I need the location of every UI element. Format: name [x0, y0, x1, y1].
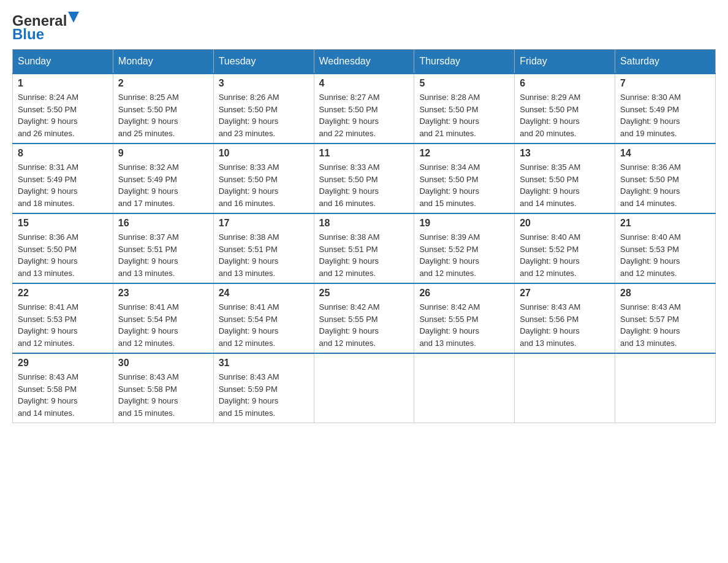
calendar-cell: 18 Sunrise: 8:38 AMSunset: 5:51 PMDaylig… [314, 213, 414, 283]
calendar-cell: 27 Sunrise: 8:43 AMSunset: 5:56 PMDaylig… [515, 283, 615, 353]
calendar-cell: 4 Sunrise: 8:27 AMSunset: 5:50 PMDayligh… [314, 74, 414, 144]
calendar-cell [314, 353, 414, 423]
day-info: Sunrise: 8:41 AMSunset: 5:54 PMDaylight:… [118, 301, 208, 349]
logo-blue-text: Blue [12, 26, 44, 43]
day-number: 19 [419, 218, 509, 229]
day-number: 22 [18, 288, 108, 299]
day-info: Sunrise: 8:40 AMSunset: 5:53 PMDaylight:… [620, 231, 710, 279]
day-number: 8 [18, 148, 108, 159]
calendar-cell: 21 Sunrise: 8:40 AMSunset: 5:53 PMDaylig… [615, 213, 716, 283]
day-info: Sunrise: 8:29 AMSunset: 5:50 PMDaylight:… [520, 91, 610, 139]
day-info: Sunrise: 8:36 AMSunset: 5:50 PMDaylight:… [18, 231, 108, 279]
day-number: 28 [620, 288, 710, 299]
day-number: 21 [620, 218, 710, 229]
day-info: Sunrise: 8:43 AMSunset: 5:58 PMDaylight:… [118, 371, 208, 419]
calendar-cell: 16 Sunrise: 8:37 AMSunset: 5:51 PMDaylig… [113, 213, 213, 283]
calendar-cell: 25 Sunrise: 8:42 AMSunset: 5:55 PMDaylig… [314, 283, 414, 353]
day-number: 3 [219, 78, 309, 89]
day-info: Sunrise: 8:27 AMSunset: 5:50 PMDaylight:… [319, 91, 409, 139]
day-info: Sunrise: 8:41 AMSunset: 5:53 PMDaylight:… [18, 301, 108, 349]
day-number: 18 [319, 218, 409, 229]
calendar-cell: 19 Sunrise: 8:39 AMSunset: 5:52 PMDaylig… [414, 213, 515, 283]
calendar-cell: 26 Sunrise: 8:42 AMSunset: 5:55 PMDaylig… [414, 283, 515, 353]
logo: General Blue [12, 12, 79, 43]
day-number: 30 [118, 358, 208, 369]
week-row-2: 8 Sunrise: 8:31 AMSunset: 5:49 PMDayligh… [13, 144, 716, 213]
calendar-cell: 9 Sunrise: 8:32 AMSunset: 5:49 PMDayligh… [113, 144, 213, 213]
calendar-cell [414, 353, 515, 423]
day-number: 26 [419, 288, 509, 299]
calendar-cell: 17 Sunrise: 8:38 AMSunset: 5:51 PMDaylig… [213, 213, 314, 283]
day-info: Sunrise: 8:38 AMSunset: 5:51 PMDaylight:… [319, 231, 409, 279]
calendar-cell: 13 Sunrise: 8:35 AMSunset: 5:50 PMDaylig… [515, 144, 615, 213]
logo-triangle-icon [68, 12, 79, 23]
day-number: 13 [520, 148, 610, 159]
day-number: 29 [18, 358, 108, 369]
page-header: General Blue [12, 12, 716, 43]
day-info: Sunrise: 8:38 AMSunset: 5:51 PMDaylight:… [219, 231, 309, 279]
day-number: 23 [118, 288, 208, 299]
header-saturday: Saturday [615, 50, 716, 74]
calendar-cell: 31 Sunrise: 8:43 AMSunset: 5:59 PMDaylig… [213, 353, 314, 423]
calendar-cell [515, 353, 615, 423]
day-number: 6 [520, 78, 610, 89]
day-info: Sunrise: 8:26 AMSunset: 5:50 PMDaylight:… [219, 91, 309, 139]
week-row-1: 1 Sunrise: 8:24 AMSunset: 5:50 PMDayligh… [13, 74, 716, 144]
day-info: Sunrise: 8:39 AMSunset: 5:52 PMDaylight:… [419, 231, 509, 279]
day-info: Sunrise: 8:30 AMSunset: 5:49 PMDaylight:… [620, 91, 710, 139]
calendar-cell: 15 Sunrise: 8:36 AMSunset: 5:50 PMDaylig… [13, 213, 113, 283]
calendar-header-row: SundayMondayTuesdayWednesdayThursdayFrid… [13, 50, 716, 74]
day-number: 10 [219, 148, 309, 159]
svg-marker-0 [68, 12, 79, 23]
day-info: Sunrise: 8:33 AMSunset: 5:50 PMDaylight:… [319, 161, 409, 209]
day-info: Sunrise: 8:43 AMSunset: 5:59 PMDaylight:… [219, 371, 309, 419]
day-number: 5 [419, 78, 509, 89]
header-sunday: Sunday [13, 50, 113, 74]
day-info: Sunrise: 8:34 AMSunset: 5:50 PMDaylight:… [419, 161, 509, 209]
day-number: 17 [219, 218, 309, 229]
day-number: 31 [219, 358, 309, 369]
calendar-table: SundayMondayTuesdayWednesdayThursdayFrid… [12, 49, 716, 423]
day-info: Sunrise: 8:41 AMSunset: 5:54 PMDaylight:… [219, 301, 309, 349]
calendar-cell: 11 Sunrise: 8:33 AMSunset: 5:50 PMDaylig… [314, 144, 414, 213]
day-info: Sunrise: 8:31 AMSunset: 5:49 PMDaylight:… [18, 161, 108, 209]
week-row-3: 15 Sunrise: 8:36 AMSunset: 5:50 PMDaylig… [13, 213, 716, 283]
day-number: 12 [419, 148, 509, 159]
header-tuesday: Tuesday [213, 50, 314, 74]
calendar-cell: 3 Sunrise: 8:26 AMSunset: 5:50 PMDayligh… [213, 74, 314, 144]
day-number: 14 [620, 148, 710, 159]
day-number: 9 [118, 148, 208, 159]
calendar-cell: 5 Sunrise: 8:28 AMSunset: 5:50 PMDayligh… [414, 74, 515, 144]
day-number: 1 [18, 78, 108, 89]
day-number: 24 [219, 288, 309, 299]
calendar-cell: 8 Sunrise: 8:31 AMSunset: 5:49 PMDayligh… [13, 144, 113, 213]
day-info: Sunrise: 8:42 AMSunset: 5:55 PMDaylight:… [419, 301, 509, 349]
header-thursday: Thursday [414, 50, 515, 74]
day-info: Sunrise: 8:43 AMSunset: 5:56 PMDaylight:… [520, 301, 610, 349]
day-number: 15 [18, 218, 108, 229]
day-info: Sunrise: 8:24 AMSunset: 5:50 PMDaylight:… [18, 91, 108, 139]
day-info: Sunrise: 8:43 AMSunset: 5:57 PMDaylight:… [620, 301, 710, 349]
calendar-cell: 22 Sunrise: 8:41 AMSunset: 5:53 PMDaylig… [13, 283, 113, 353]
calendar-cell: 20 Sunrise: 8:40 AMSunset: 5:52 PMDaylig… [515, 213, 615, 283]
calendar-cell: 6 Sunrise: 8:29 AMSunset: 5:50 PMDayligh… [515, 74, 615, 144]
day-info: Sunrise: 8:35 AMSunset: 5:50 PMDaylight:… [520, 161, 610, 209]
header-monday: Monday [113, 50, 213, 74]
calendar-cell: 24 Sunrise: 8:41 AMSunset: 5:54 PMDaylig… [213, 283, 314, 353]
day-number: 27 [520, 288, 610, 299]
day-info: Sunrise: 8:25 AMSunset: 5:50 PMDaylight:… [118, 91, 208, 139]
day-number: 2 [118, 78, 208, 89]
calendar-cell: 1 Sunrise: 8:24 AMSunset: 5:50 PMDayligh… [13, 74, 113, 144]
day-number: 16 [118, 218, 208, 229]
calendar-cell: 29 Sunrise: 8:43 AMSunset: 5:58 PMDaylig… [13, 353, 113, 423]
week-row-5: 29 Sunrise: 8:43 AMSunset: 5:58 PMDaylig… [13, 353, 716, 423]
calendar-cell: 23 Sunrise: 8:41 AMSunset: 5:54 PMDaylig… [113, 283, 213, 353]
calendar-cell: 28 Sunrise: 8:43 AMSunset: 5:57 PMDaylig… [615, 283, 716, 353]
day-number: 11 [319, 148, 409, 159]
day-info: Sunrise: 8:36 AMSunset: 5:50 PMDaylight:… [620, 161, 710, 209]
day-number: 4 [319, 78, 409, 89]
day-info: Sunrise: 8:33 AMSunset: 5:50 PMDaylight:… [219, 161, 309, 209]
week-row-4: 22 Sunrise: 8:41 AMSunset: 5:53 PMDaylig… [13, 283, 716, 353]
calendar-cell: 14 Sunrise: 8:36 AMSunset: 5:50 PMDaylig… [615, 144, 716, 213]
calendar-cell: 7 Sunrise: 8:30 AMSunset: 5:49 PMDayligh… [615, 74, 716, 144]
